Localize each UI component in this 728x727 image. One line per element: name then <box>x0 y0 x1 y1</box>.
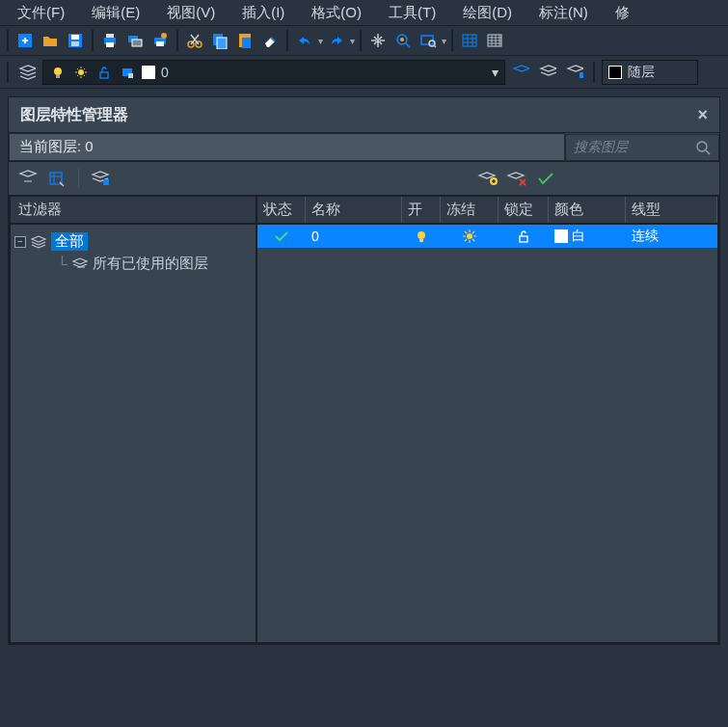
col-freeze[interactable]: 冻结 <box>441 197 499 223</box>
zoom-dropdown-icon[interactable]: ▾ <box>442 36 446 46</box>
save-button[interactable] <box>64 29 87 52</box>
layer-manager-panel: 图层特性管理器 × 当前图层: 0 搜索图层 <box>8 96 720 645</box>
new-layer-button[interactable] <box>476 167 499 190</box>
sun-icon <box>72 64 90 81</box>
delete-layer-button[interactable] <box>505 167 528 190</box>
collapse-icon[interactable]: − <box>14 236 26 248</box>
menu-view[interactable]: 视图(V) <box>153 2 229 24</box>
tree-node-used[interactable]: └ 所有已使用的图层 <box>57 253 252 275</box>
zoom-realtime-button[interactable] <box>391 29 415 52</box>
color-bylayer-dropdown[interactable]: 随层 <box>602 60 698 85</box>
svg-rect-19 <box>242 38 251 48</box>
panel-container: 图层特性管理器 × 当前图层: 0 搜索图层 <box>0 89 728 653</box>
svg-rect-31 <box>128 73 133 78</box>
paste-button[interactable] <box>233 29 256 52</box>
col-color[interactable]: 颜色 <box>549 197 626 223</box>
panel-header: 图层特性管理器 × <box>9 97 719 132</box>
eraser-button[interactable] <box>258 29 282 52</box>
print-button[interactable] <box>98 29 121 52</box>
current-layer-row: 当前图层: 0 搜索图层 <box>9 132 719 162</box>
svg-rect-2 <box>24 38 26 43</box>
svg-rect-32 <box>580 72 583 78</box>
svg-rect-4 <box>71 35 79 40</box>
tree-node-all[interactable]: − 全部 <box>14 230 252 253</box>
svg-rect-27 <box>56 75 60 78</box>
panel-body: 过滤器 − 全部 └ 所有已使用的图层 状态 <box>9 195 719 644</box>
close-button[interactable]: × <box>697 105 708 125</box>
menu-insert[interactable]: 插入(I) <box>229 2 298 24</box>
group-filter-button[interactable] <box>45 167 68 190</box>
separator <box>593 62 595 83</box>
redo-button[interactable] <box>325 29 348 52</box>
menu-edit[interactable]: 编辑(E) <box>78 2 153 24</box>
layer-toolbar: 0 ▾ 随层 <box>0 56 728 89</box>
tree-label-used: 所有已使用的图层 <box>93 255 208 273</box>
table-button[interactable] <box>458 29 481 52</box>
menu-modify[interactable]: 修 <box>602 2 643 24</box>
menu-annotate[interactable]: 标注(N) <box>526 2 602 24</box>
new-filter-button[interactable] <box>16 167 40 190</box>
undo-button[interactable] <box>293 29 316 52</box>
separator <box>286 30 288 51</box>
svg-point-21 <box>400 38 404 41</box>
cut-button[interactable] <box>183 29 206 52</box>
grid-button[interactable] <box>483 29 506 52</box>
current-layer-label: 当前图层: 0 <box>9 133 565 161</box>
copy-button[interactable] <box>208 29 231 52</box>
menu-format[interactable]: 格式(O) <box>298 2 375 24</box>
col-name[interactable]: 名称 <box>306 197 402 223</box>
svg-point-37 <box>418 231 425 239</box>
cell-lock[interactable] <box>499 225 549 248</box>
redo-dropdown-icon[interactable]: ▾ <box>350 36 355 46</box>
cell-color[interactable]: 白 <box>549 225 626 248</box>
grid-body: 0 白 连续 <box>257 225 717 642</box>
print-preview-button[interactable] <box>123 29 147 52</box>
svg-rect-10 <box>132 40 142 46</box>
col-linetype[interactable]: 线型 <box>626 197 717 223</box>
svg-rect-5 <box>71 41 79 46</box>
layer-properties-button[interactable] <box>15 61 39 84</box>
layer-states-manager-button[interactable] <box>89 167 112 190</box>
separator <box>360 30 362 51</box>
separator <box>451 30 453 51</box>
layer-color-swatch <box>142 66 155 79</box>
layer-dropdown[interactable]: 0 ▾ <box>42 60 505 85</box>
cell-linetype[interactable]: 连续 <box>626 225 717 248</box>
filter-tree: − 全部 └ 所有已使用的图层 <box>11 225 256 281</box>
menu-tools[interactable]: 工具(T) <box>375 2 449 24</box>
menu-file[interactable]: 文件(F) <box>4 2 78 24</box>
undo-dropdown-icon[interactable]: ▾ <box>318 36 323 46</box>
main-toolbar: ▾ ▾ ▾ <box>0 25 728 56</box>
svg-point-26 <box>54 67 62 75</box>
svg-rect-40 <box>520 236 527 242</box>
panel-title: 图层特性管理器 <box>20 105 128 125</box>
col-on[interactable]: 开 <box>402 197 441 223</box>
grid-header: 状态 名称 开 冻结 锁定 颜色 线型 <box>257 197 717 225</box>
chevron-down-icon: ▾ <box>492 65 499 80</box>
svg-rect-17 <box>217 38 227 49</box>
set-current-button[interactable] <box>534 167 557 190</box>
layer-previous-button[interactable] <box>509 61 532 84</box>
open-file-button[interactable] <box>39 29 62 52</box>
filter-header: 过滤器 <box>11 197 256 225</box>
layer-isolate-button[interactable] <box>563 61 586 84</box>
col-lock[interactable]: 锁定 <box>499 197 549 223</box>
zoom-window-button[interactable] <box>417 29 440 52</box>
col-state[interactable]: 状态 <box>257 197 306 223</box>
color-name: 白 <box>572 228 585 245</box>
tree-label-all: 全部 <box>51 232 88 251</box>
plot-button[interactable] <box>148 29 172 52</box>
unlock-icon <box>95 64 113 81</box>
menu-draw[interactable]: 绘图(D) <box>449 2 526 24</box>
cell-freeze[interactable] <box>441 225 499 248</box>
search-layer-input[interactable]: 搜索图层 <box>565 134 719 161</box>
layer-row[interactable]: 0 白 连续 <box>257 225 717 248</box>
pan-button[interactable] <box>366 29 390 52</box>
layer-not-plot-icon <box>119 64 136 81</box>
new-file-button[interactable] <box>13 29 37 52</box>
search-placeholder: 搜索图层 <box>574 139 628 156</box>
lightbulb-on-icon <box>415 229 428 243</box>
separator <box>176 30 178 51</box>
cell-on[interactable] <box>402 225 441 248</box>
layer-states-button[interactable] <box>536 61 559 84</box>
